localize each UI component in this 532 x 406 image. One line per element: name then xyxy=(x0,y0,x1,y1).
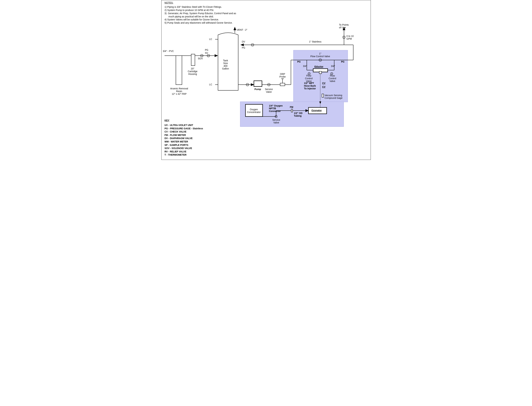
key-item: RV - RELIEF VALVE xyxy=(165,150,203,153)
label-fcv: Flow Control Valve xyxy=(305,74,313,82)
label-pg: PG xyxy=(205,49,208,51)
label-sv: SV xyxy=(205,51,208,54)
label-lc: LC xyxy=(209,83,212,86)
label-arsenic: Arsenic Removal Resin 12" x 42" FRP xyxy=(170,87,188,95)
label-pg: PG xyxy=(297,60,301,63)
label-34: 3/4" xyxy=(303,65,307,67)
label-oxy-conc: Oxygen Concentrator xyxy=(247,108,261,114)
key-block: KEY UV - ULTRA-VIOLET UNIT PG - PRESSURE… xyxy=(165,119,203,157)
label-cv: CV xyxy=(322,86,326,88)
key-item: WM - WATER METER xyxy=(165,140,203,144)
label-orp: ORP Probe xyxy=(279,73,286,78)
label-cv: CV xyxy=(322,82,326,85)
piping-diagram: NOTES: 1) Piping is 3/4" Stainless Steel… xyxy=(161,0,371,160)
label-34: 3/4" xyxy=(331,65,335,67)
label-lc: LC xyxy=(209,38,212,40)
label-fcv-main: 1" Flow Control Valve xyxy=(311,52,330,58)
key-title: KEY xyxy=(165,119,203,122)
label-vac: Vacuum Sensing Compound Gage xyxy=(325,94,343,99)
label-pg: PG xyxy=(341,60,345,63)
key-item: DV - DIAPHRAGM VALVE xyxy=(165,137,203,140)
label-fm: FM xyxy=(290,106,293,109)
label-oxy-conn: 1/4" Oxygen NPT/B Connector xyxy=(269,104,283,112)
label-tank: Tank Size 400 Gallon xyxy=(222,59,229,70)
label-vent: VENT - 2" xyxy=(237,29,247,31)
label-service-valve: Service Valve xyxy=(272,118,280,124)
label-mpt: 1/2" MPT Hose Barb To Injector xyxy=(304,82,316,90)
label-tubing: 1/2" OD Tubing xyxy=(294,112,303,117)
label-points: To Points of Use xyxy=(339,23,349,29)
key-item: PG - PRESSURE GAGE - Stainless xyxy=(165,127,203,130)
key-item: CV - CHECK VALVE xyxy=(165,130,203,134)
label-sov: SOV xyxy=(198,57,203,60)
label-pump: Pump xyxy=(255,88,261,91)
svg-rect-51 xyxy=(319,71,322,74)
label-cartridge: 20" Cartridge Housing xyxy=(188,67,198,75)
label-pg: PG xyxy=(242,46,245,49)
key-item: T - THERMOMETER xyxy=(165,153,203,157)
label-pvc: 3/4" - PVC xyxy=(163,50,174,52)
key-item: SP - SAMPLE PORTS xyxy=(165,144,203,147)
key-item: UV - ULTRA-VIOLET UNIT xyxy=(165,123,203,127)
svg-rect-62 xyxy=(291,109,293,112)
svg-rect-30 xyxy=(280,83,285,86)
label-gpm: 0 to 10 GPM xyxy=(347,35,354,40)
svg-rect-2 xyxy=(191,54,195,65)
label-eductor: Eductor xyxy=(314,65,323,68)
svg-rect-25 xyxy=(254,81,262,87)
key-item: SOV - SOLENOID VALVE xyxy=(165,147,203,150)
label-service-valve: Service Valve xyxy=(265,88,273,93)
key-item: FM - FLOW METER xyxy=(165,134,203,137)
svg-rect-1 xyxy=(176,56,182,85)
label-dv: DV xyxy=(242,40,245,43)
label-stainless: 1" Stainless xyxy=(309,40,321,43)
label-ozonator: Ozonator xyxy=(312,109,322,112)
svg-rect-53 xyxy=(322,94,324,97)
label-fcv: Flow Control Valve xyxy=(329,74,336,82)
